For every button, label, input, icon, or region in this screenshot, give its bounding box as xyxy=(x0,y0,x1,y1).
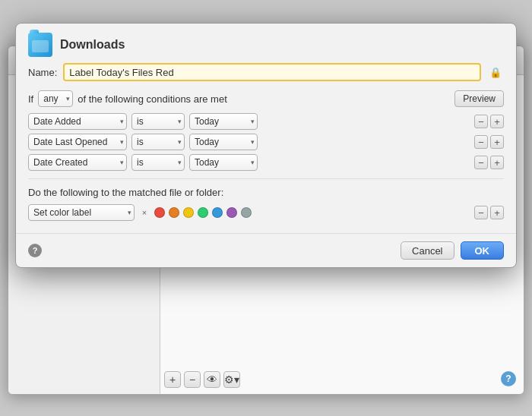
field-select-wrapper-2[interactable]: Date Added Date Last Opened Date Created… xyxy=(28,134,127,150)
lock-button[interactable]: 🔒 xyxy=(487,64,504,80)
remove-action-button[interactable]: − xyxy=(474,206,488,219)
color-dots xyxy=(154,207,252,218)
operator-select-wrapper-2[interactable]: is is not xyxy=(131,134,185,150)
cancel-button[interactable]: Cancel xyxy=(401,241,454,260)
action-label: Do the following to the matched file or … xyxy=(28,187,504,198)
color-dot-red[interactable] xyxy=(154,207,165,218)
field-select-wrapper-3[interactable]: Date Added Date Last Opened Date Created… xyxy=(28,154,127,171)
folder-icon xyxy=(28,33,52,57)
ok-button[interactable]: OK xyxy=(461,241,505,260)
modal-body: Name: 🔒 If any all of the following cond… xyxy=(16,63,516,233)
operator-select-wrapper-3[interactable]: is is not xyxy=(131,154,185,171)
condition-row-1: Date Added Date Last Opened Date Created… xyxy=(28,113,504,130)
color-dot-purple[interactable] xyxy=(226,207,237,218)
color-dot-gray[interactable] xyxy=(241,207,252,218)
modal-dialog: Downloads Name: 🔒 If any all xyxy=(15,23,517,268)
row-2-buttons: − + xyxy=(474,135,504,149)
modal-footer: ? Cancel OK xyxy=(16,233,516,267)
clear-action-button[interactable]: × xyxy=(139,207,150,218)
action-row: Set color label Move to Trash Open × xyxy=(28,204,504,221)
add-condition-1-button[interactable]: + xyxy=(490,115,504,128)
modal-folder-name: Downloads xyxy=(60,38,125,52)
value-select-1[interactable]: Today Yesterday This Week xyxy=(189,113,258,130)
value-select-2[interactable]: Today Yesterday This Week xyxy=(189,134,258,150)
lock-icon: 🔒 xyxy=(489,67,502,78)
value-select-3[interactable]: Today Yesterday This Week xyxy=(189,154,258,171)
color-dot-yellow[interactable] xyxy=(183,207,194,218)
action-section: Do the following to the matched file or … xyxy=(28,187,504,221)
any-all-wrapper[interactable]: any all xyxy=(38,90,73,107)
action-type-select[interactable]: Set color label Move to Trash Open xyxy=(28,204,135,221)
color-dot-green[interactable] xyxy=(198,207,208,218)
action-row-buttons: − + xyxy=(474,206,504,219)
value-select-wrapper-1[interactable]: Today Yesterday This Week xyxy=(189,113,258,130)
color-dot-orange[interactable] xyxy=(169,207,179,218)
help-button[interactable]: ? xyxy=(28,244,42,257)
field-select-2[interactable]: Date Added Date Last Opened Date Created… xyxy=(28,134,127,150)
folder-icon-inner xyxy=(32,40,49,52)
add-condition-2-button[interactable]: + xyxy=(490,135,504,149)
remove-condition-1-button[interactable]: − xyxy=(474,115,488,128)
row-1-buttons: − + xyxy=(474,115,504,128)
value-select-wrapper-3[interactable]: Today Yesterday This Week xyxy=(189,154,258,171)
condition-row-2: Date Added Date Last Opened Date Created… xyxy=(28,134,504,150)
add-condition-3-button[interactable]: + xyxy=(490,156,504,169)
any-all-select[interactable]: any all xyxy=(38,90,73,107)
modal-overlay: Downloads Name: 🔒 If any all xyxy=(0,0,532,416)
preview-button[interactable]: Preview xyxy=(454,90,504,107)
operator-select-3[interactable]: is is not xyxy=(131,154,185,171)
row-3-buttons: − + xyxy=(474,156,504,169)
operator-select-2[interactable]: is is not xyxy=(131,134,185,150)
if-label: If xyxy=(28,93,33,105)
name-label: Name: xyxy=(28,67,57,78)
color-dot-blue[interactable] xyxy=(212,207,223,218)
footer-buttons: Cancel OK xyxy=(401,241,504,260)
divider xyxy=(28,178,504,179)
action-type-wrapper[interactable]: Set color label Move to Trash Open xyxy=(28,204,135,221)
name-row: Name: 🔒 xyxy=(28,63,504,81)
conditions-text: of the following conditions are met xyxy=(78,93,227,105)
value-select-wrapper-2[interactable]: Today Yesterday This Week xyxy=(189,134,258,150)
condition-row-3: Date Added Date Last Opened Date Created… xyxy=(28,154,504,171)
field-select-1[interactable]: Date Added Date Last Opened Date Created… xyxy=(28,113,127,130)
conditions-header: If any all of the following conditions a… xyxy=(28,90,504,107)
name-input[interactable] xyxy=(63,63,481,81)
question-icon: ? xyxy=(33,246,38,255)
conditions-list: Date Added Date Last Opened Date Created… xyxy=(28,113,504,171)
field-select-wrapper-1[interactable]: Date Added Date Last Opened Date Created… xyxy=(28,113,127,130)
operator-select-1[interactable]: is is not xyxy=(131,113,185,130)
remove-condition-2-button[interactable]: − xyxy=(474,135,488,149)
field-select-3[interactable]: Date Added Date Last Opened Date Created… xyxy=(28,154,127,171)
add-action-button[interactable]: + xyxy=(490,206,504,219)
remove-condition-3-button[interactable]: − xyxy=(474,156,488,169)
modal-header: Downloads xyxy=(16,24,516,63)
operator-select-wrapper-1[interactable]: is is not xyxy=(131,113,185,130)
